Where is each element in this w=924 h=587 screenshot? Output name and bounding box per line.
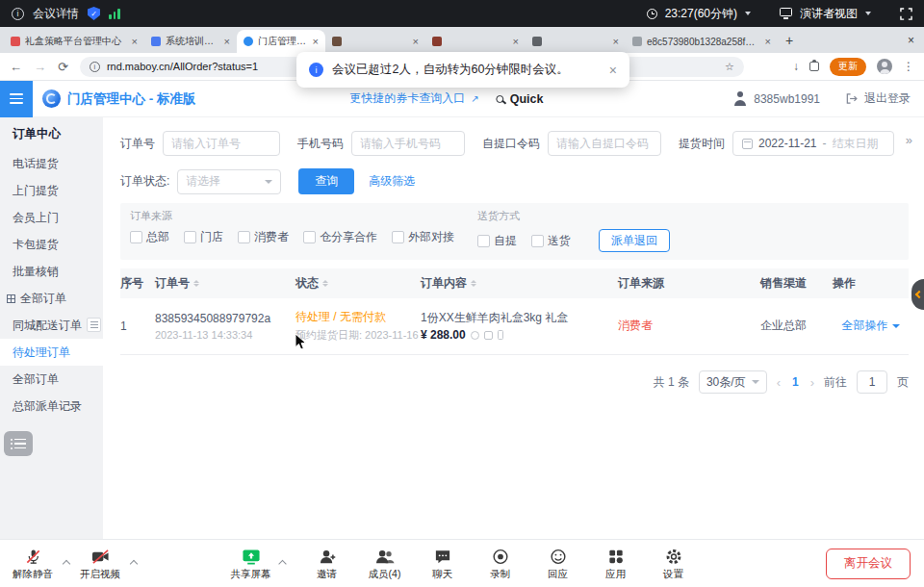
tab-close-icon[interactable] — [513, 37, 519, 47]
share-options-chevron-icon[interactable] — [278, 559, 286, 567]
checkbox-source-consumer[interactable]: 消费者 — [238, 229, 289, 245]
floating-list-button[interactable] — [4, 431, 33, 456]
settings-button[interactable]: 设置 — [653, 547, 695, 581]
invite-button[interactable]: 邀请 — [306, 547, 348, 581]
apps-button[interactable]: 应用 — [595, 547, 637, 581]
checkbox-source-store[interactable]: 门店 — [184, 229, 223, 245]
browser-profile-avatar[interactable] — [877, 59, 892, 74]
checkbox-box — [130, 231, 142, 243]
order-no-input[interactable] — [163, 131, 280, 156]
order-status-select[interactable]: 请选择 — [177, 169, 281, 194]
meeting-info-chip[interactable]: 会议详情 — [12, 6, 120, 22]
video-options-chevron-icon[interactable] — [130, 559, 138, 567]
quick-entry-link[interactable]: 更快捷的券卡查询入口 — [349, 90, 465, 107]
timer-chevron-down-icon[interactable] — [745, 12, 751, 15]
toast-close-icon[interactable] — [609, 63, 617, 78]
reload-icon[interactable] — [58, 60, 68, 74]
logout-button[interactable]: 退出登录 — [864, 90, 911, 107]
sidebar-item-hq-dispatch-log[interactable]: 总部派单记录 — [0, 393, 103, 420]
checkbox-source-external[interactable]: 外部对接 — [392, 229, 454, 245]
reactions-button[interactable]: 回应 — [537, 547, 579, 581]
forward-icon[interactable] — [34, 60, 46, 74]
collapse-filters-icon[interactable] — [906, 133, 912, 147]
sidebar-item-phone-pickup[interactable]: 电话提货 — [0, 150, 103, 177]
date-range-picker[interactable]: 2022-11-21 - 结束日期 — [732, 131, 894, 156]
tab-close-icon[interactable] — [765, 37, 771, 47]
tab-close-icon[interactable] — [613, 37, 619, 47]
bookmark-star-icon[interactable] — [725, 61, 734, 73]
fullscreen-icon[interactable] — [900, 8, 912, 20]
back-icon[interactable] — [10, 60, 22, 74]
chat-button[interactable]: 聊天 — [422, 547, 464, 581]
page-size-value: 30条/页 — [706, 374, 746, 391]
all-actions-link[interactable]: 全部操作 — [842, 318, 888, 334]
sidebar-item-member-visit[interactable]: 会员上门 — [0, 204, 103, 231]
browser-tab-gift-platform[interactable]: 礼盒策略平台管理中心 — [4, 30, 144, 53]
unmute-button[interactable]: 解除静音 — [12, 547, 54, 581]
quick-label[interactable]: Quick — [510, 92, 544, 106]
browser-tab-hidden-3[interactable] — [526, 30, 626, 53]
view-mode-label[interactable]: 演讲者视图 — [800, 6, 858, 22]
extensions-icon[interactable] — [809, 62, 819, 71]
sort-icon[interactable] — [322, 280, 328, 288]
tab-close-icon[interactable] — [413, 37, 419, 47]
browser-tab-hidden-1[interactable] — [325, 30, 425, 53]
cell-actions[interactable]: 全部操作 — [833, 309, 909, 343]
checkbox-box — [531, 235, 544, 247]
browser-menu-icon[interactable] — [903, 60, 914, 73]
sidebar-item-pending-orders[interactable]: 待处理订单 — [0, 339, 103, 366]
browser-update-button[interactable]: 更新 — [830, 58, 866, 76]
tabstrip-close-icon[interactable] — [902, 34, 920, 47]
sort-icon[interactable] — [471, 280, 476, 288]
checkbox-source-warehouse-coop[interactable]: 仓分享合作 — [303, 229, 377, 245]
tab-close-icon[interactable] — [132, 37, 138, 47]
meeting-timer[interactable]: 23:27(60分钟) — [665, 6, 737, 22]
order-source-group: 订单来源 总部 门店 消费者 仓分享合作 外部对接 — [130, 209, 454, 252]
site-info-icon[interactable] — [90, 62, 100, 72]
checkbox-delivery[interactable]: 送货 — [531, 233, 571, 249]
page-size-select[interactable]: 30条/页 — [699, 370, 767, 394]
sidebar-collapse-icon[interactable] — [87, 318, 101, 332]
current-page[interactable]: 1 — [790, 375, 801, 389]
browser-tab-hidden-2[interactable] — [425, 30, 526, 53]
side-drawer-handle[interactable] — [911, 279, 924, 310]
start-date-value[interactable]: 2022-11-21 — [758, 137, 817, 150]
sidebar-item-door-pickup[interactable]: 上门提货 — [0, 177, 103, 204]
leave-meeting-button[interactable]: 离开会议 — [826, 549, 911, 579]
sidebar-group-all-orders[interactable]: 全部订单 — [0, 285, 103, 312]
record-button[interactable]: 录制 — [479, 547, 522, 581]
browser-tab-training[interactable]: 系统培训学习 — [144, 30, 237, 53]
download-icon[interactable] — [793, 60, 799, 73]
members-button[interactable]: 成员(4) — [364, 547, 406, 581]
username[interactable]: 8385wb1991 — [754, 92, 820, 106]
mic-options-chevron-icon[interactable] — [63, 559, 70, 567]
browser-tab-store-admin[interactable]: 门店管理中心 — [237, 30, 325, 53]
pickup-code-input[interactable] — [548, 131, 661, 156]
goto-page-input[interactable] — [857, 370, 887, 394]
new-tab-button[interactable] — [785, 33, 793, 48]
advanced-filter-link[interactable]: 高级筛选 — [369, 173, 415, 190]
browser-tab-hash[interactable]: e8c573980b1328a258fd2e6l — [626, 30, 778, 53]
sidebar-item-card-pickup[interactable]: 卡包提货 — [0, 231, 103, 258]
sidebar-item-all-orders[interactable]: 全部订单 — [0, 366, 103, 393]
tab-close-icon[interactable] — [224, 37, 230, 47]
meeting-details-label[interactable]: 会议详情 — [33, 6, 79, 22]
tab-close-icon[interactable] — [313, 37, 319, 47]
col-header-status[interactable]: 状态 — [295, 275, 421, 292]
checkbox-self-pickup[interactable]: 自提 — [477, 233, 517, 249]
checkbox-source-hq[interactable]: 总部 — [130, 229, 169, 245]
col-header-content[interactable]: 订单内容 — [421, 275, 618, 292]
next-page-button[interactable] — [810, 375, 814, 390]
start-video-button[interactable]: 开启视频 — [79, 547, 121, 581]
share-screen-button[interactable]: 共享屏幕 — [230, 547, 272, 581]
phone-input[interactable] — [351, 131, 465, 156]
search-button[interactable]: 查询 — [298, 168, 354, 194]
sidebar-item-batch-verify[interactable]: 批量核销 — [0, 258, 103, 285]
end-date-placeholder[interactable]: 结束日期 — [833, 136, 879, 152]
view-chevron-down-icon[interactable] — [865, 12, 871, 15]
dispatch-return-button[interactable]: 派单退回 — [599, 229, 670, 252]
sort-icon[interactable] — [193, 280, 199, 288]
col-header-order-no[interactable]: 订单号 — [155, 275, 295, 292]
prev-page-button[interactable] — [777, 375, 781, 390]
menu-toggle-button[interactable] — [0, 81, 33, 117]
